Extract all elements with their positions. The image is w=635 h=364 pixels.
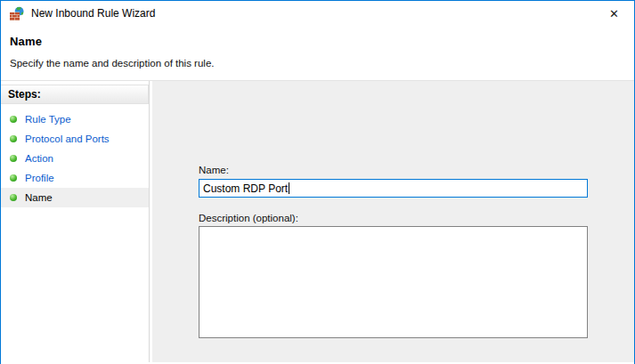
text-caret	[289, 182, 289, 194]
step-label: Protocol and Ports	[25, 133, 110, 144]
steps-title: Steps:	[1, 85, 149, 104]
window-title: New Inbound Rule Wizard	[31, 7, 155, 20]
sidebar-item-profile[interactable]: Profile	[1, 168, 149, 188]
steps-panel: Steps: Rule Type Protocol and Ports Acti…	[1, 81, 150, 364]
wizard-body: Steps: Rule Type Protocol and Ports Acti…	[1, 81, 634, 364]
name-input-value: Custom RDP Port	[203, 182, 288, 195]
sidebar-item-name[interactable]: Name	[1, 188, 149, 207]
close-icon: ✕	[609, 7, 619, 20]
name-input[interactable]: Custom RDP Port	[199, 179, 588, 198]
description-textarea[interactable]	[199, 226, 588, 338]
steps-list: Rule Type Protocol and Ports Action Prof…	[1, 109, 149, 207]
step-complete-dot-icon	[10, 116, 17, 123]
description-field-label: Description (optional):	[199, 213, 298, 223]
step-complete-dot-icon	[10, 174, 17, 182]
step-complete-dot-icon	[10, 135, 17, 142]
sidebar-item-protocol-and-ports[interactable]: Protocol and Ports	[1, 129, 149, 149]
step-label: Action	[25, 153, 53, 164]
sidebar-item-action[interactable]: Action	[1, 149, 149, 168]
firewall-icon	[10, 6, 24, 20]
page-title: Name	[10, 35, 634, 48]
wizard-header: Name Specify the name and description of…	[1, 26, 634, 80]
step-complete-dot-icon	[10, 155, 17, 162]
sidebar-item-rule-type[interactable]: Rule Type	[1, 109, 149, 129]
name-field-label: Name:	[199, 165, 229, 175]
title-bar: New Inbound Rule Wizard ✕	[1, 1, 634, 26]
step-label: Name	[25, 192, 53, 203]
step-label: Rule Type	[25, 114, 71, 125]
wizard-window: New Inbound Rule Wizard ✕ Name Specify t…	[0, 0, 635, 364]
step-label: Profile	[25, 173, 54, 183]
main-panel: Name: Custom RDP Port Description (optio…	[150, 81, 634, 364]
step-complete-dot-icon	[10, 194, 17, 201]
close-button[interactable]: ✕	[594, 1, 634, 26]
page-subtitle: Specify the name and description of this…	[10, 58, 634, 69]
